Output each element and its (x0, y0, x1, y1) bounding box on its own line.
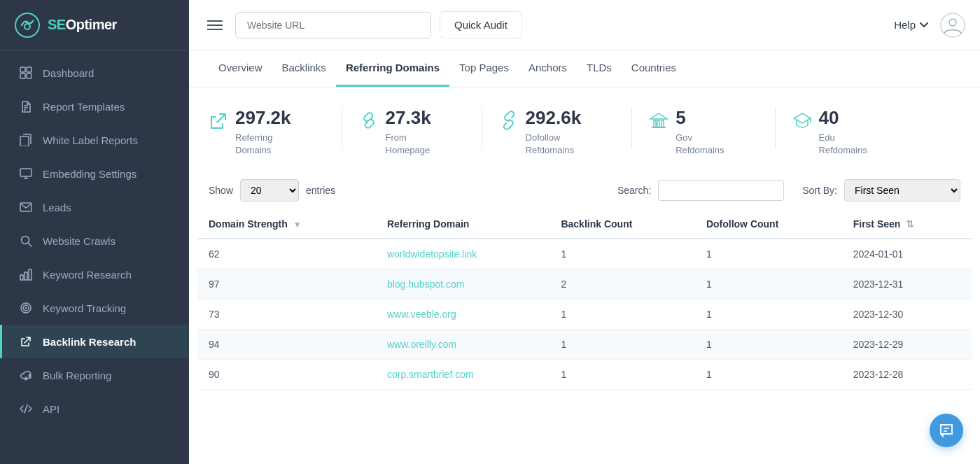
col-backlink-count: Backlink Count (550, 210, 694, 239)
col-dofollow-count: Dofollow Count (695, 210, 842, 239)
nav-label: Keyword Research (43, 269, 132, 281)
sort-icon-first-seen: ⇅ (906, 218, 914, 230)
quick-audit-button[interactable]: Quick Audit (440, 11, 522, 38)
bank-stat-icon (649, 108, 668, 130)
sidebar-logo: SEOptimer (0, 0, 189, 50)
tab-overview[interactable]: Overview (209, 50, 272, 87)
stat-label: ReferringDomains (235, 132, 291, 157)
sidebar-item-white-label-reports[interactable]: White Label Reports (0, 123, 189, 157)
stat-label: GovRefdomains (676, 132, 724, 157)
col-first-seen[interactable]: First Seen ⇅ (842, 210, 972, 239)
svg-point-1 (24, 24, 30, 29)
stat-value: 5 (676, 107, 724, 129)
link-stat-icon (359, 108, 379, 130)
cell-first-seen: 2023-12-31 (842, 269, 972, 300)
logo-icon (14, 12, 41, 38)
sidebar-item-backlink-research[interactable]: Backlink Research (0, 325, 189, 358)
cell-first-seen: 2023-12-29 (842, 330, 972, 360)
tab-countries[interactable]: Countries (622, 50, 686, 87)
data-table: Domain Strength ▼ Referring Domain Backl… (197, 210, 972, 390)
stat-label: DofollowRefdomains (526, 132, 582, 157)
svg-rect-19 (29, 269, 31, 280)
table-container: Domain Strength ▼ Referring Domain Backl… (189, 210, 980, 404)
user-avatar-button[interactable] (939, 12, 966, 38)
graduation-stat-icon (792, 108, 812, 130)
chat-button[interactable] (930, 414, 963, 447)
tab-referring-domains[interactable]: Referring Domains (336, 50, 449, 87)
sidebar-item-report-templates[interactable]: Report Templates (0, 90, 189, 123)
svg-rect-10 (20, 136, 29, 146)
cloud-icon (19, 368, 33, 382)
svg-rect-14 (20, 203, 31, 211)
sidebar-nav: Dashboard Report Templates (0, 50, 189, 464)
stat-from-homepage: 27.3k FromHomepage (359, 107, 465, 157)
cell-referring-domain: www.oreilly.com (376, 330, 550, 360)
cell-domain-strength: 62 (197, 239, 376, 269)
sortby-select[interactable]: First Seen Domain Strength Backlink Coun… (844, 179, 960, 202)
sidebar-item-website-crawls[interactable]: Website Crawls (0, 224, 189, 258)
sidebar-item-bulk-reporting[interactable]: Bulk Reporting (0, 358, 189, 392)
cell-dofollow-count: 1 (695, 269, 842, 300)
cell-first-seen: 2024-01-01 (842, 239, 972, 269)
sidebar-item-keyword-tracking[interactable]: Keyword Tracking (0, 291, 189, 325)
table-body: 62 worldwidetopsite.link 1 1 2024-01-01 … (197, 239, 972, 390)
svg-rect-18 (24, 272, 27, 280)
sortby-label: Sort By: (802, 185, 837, 196)
cell-dofollow-count: 1 (695, 360, 842, 390)
svg-line-24 (24, 405, 27, 413)
domain-link[interactable]: www.oreilly.com (387, 339, 456, 350)
domain-link[interactable]: worldwidetopsite.link (387, 248, 477, 260)
stat-label: FromHomepage (386, 132, 431, 157)
table-controls: Show 20 50 100 entries Search: Sort By: … (189, 171, 980, 210)
tab-top-pages[interactable]: Top Pages (449, 50, 519, 87)
code-icon (19, 402, 33, 416)
stats-row: 297.2k ReferringDomains 27.3k FromHomepa… (189, 87, 980, 171)
entries-select[interactable]: 20 50 100 (240, 179, 299, 202)
bar-chart-icon (19, 267, 33, 281)
cell-domain-strength: 90 (197, 360, 376, 390)
copy-icon (19, 133, 33, 147)
table-row: 97 blog.hubspot.com 2 1 2023-12-31 (197, 269, 972, 300)
nav-label: Report Templates (43, 101, 125, 113)
sidebar-item-api[interactable]: API (0, 392, 189, 426)
external-stat-icon (209, 108, 228, 131)
stat-value: 297.2k (235, 107, 291, 129)
cell-first-seen: 2023-12-30 (842, 300, 972, 330)
menu-button[interactable] (203, 15, 227, 35)
content-area: Overview Backlinks Referring Domains Top… (189, 50, 980, 464)
search-icon (19, 234, 33, 248)
sidebar-item-dashboard[interactable]: Dashboard (0, 56, 189, 90)
website-url-input[interactable] (235, 12, 431, 38)
external-link-icon (19, 335, 33, 349)
mail-icon (19, 200, 33, 214)
cell-referring-domain: www.veeble.org (376, 300, 550, 330)
table-row: 73 www.veeble.org 1 1 2023-12-30 (197, 300, 972, 330)
stat-referring-domains: 297.2k ReferringDomains (209, 107, 325, 157)
nav-label: Dashboard (43, 67, 94, 79)
stat-divider (482, 107, 482, 149)
logo-text: SEOptimer (48, 17, 117, 33)
stat-edu-refdomains: 40 EduRefdomains (792, 107, 901, 157)
col-referring-domain: Referring Domain (376, 210, 550, 239)
tab-backlinks[interactable]: Backlinks (272, 50, 336, 87)
cell-domain-strength: 97 (197, 269, 376, 300)
stat-value: 40 (819, 107, 867, 129)
domain-link[interactable]: www.veeble.org (387, 309, 456, 320)
sidebar-item-keyword-research[interactable]: Keyword Research (0, 258, 189, 291)
cell-domain-strength: 94 (197, 330, 376, 360)
target-icon (19, 301, 33, 315)
tab-tlds[interactable]: TLDs (577, 50, 622, 87)
search-input[interactable] (658, 180, 784, 201)
tab-anchors[interactable]: Anchors (519, 50, 577, 87)
main-content: Quick Audit Help Overview Backlinks (189, 0, 980, 464)
help-button[interactable]: Help (894, 19, 928, 31)
sidebar-item-embedding-settings[interactable]: Embedding Settings (0, 157, 189, 190)
domain-link[interactable]: blog.hubspot.com (387, 279, 465, 290)
table-header: Domain Strength ▼ Referring Domain Backl… (197, 210, 972, 239)
stat-dofollow-refdomains: 292.6k DofollowRefdomains (499, 107, 615, 157)
domain-link[interactable]: corp.smartbrief.com (387, 369, 474, 380)
stat-divider (342, 107, 342, 149)
nav-label: Embedding Settings (43, 168, 136, 180)
col-domain-strength[interactable]: Domain Strength ▼ (197, 210, 376, 239)
sidebar-item-leads[interactable]: Leads (0, 190, 189, 224)
